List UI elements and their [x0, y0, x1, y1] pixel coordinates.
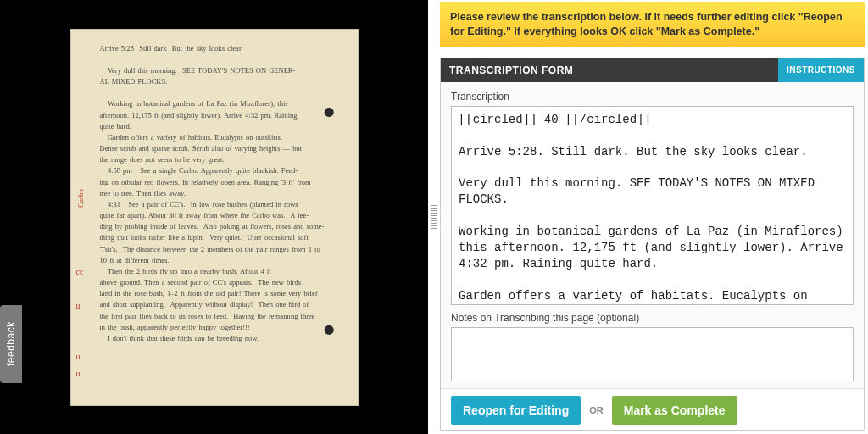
feedback-label: feedback	[5, 322, 17, 367]
margin-note: u	[76, 301, 81, 310]
right-panel: Please review the transcription below. I…	[440, 0, 868, 434]
reopen-button[interactable]: Reopen for Editing	[451, 396, 581, 425]
manuscript-text: Arrive 5:28 Still dark But the sky looks…	[100, 43, 339, 345]
form-header: TRANSCRIPTION FORM INSTRUCTIONS	[441, 58, 864, 82]
margin-note: u	[76, 352, 81, 361]
form-title: TRANSCRIPTION FORM	[441, 58, 581, 82]
instructions-label: INSTRUCTIONS	[787, 65, 855, 75]
notes-textarea[interactable]	[451, 327, 854, 381]
image-viewer[interactable]: Carbo cc u u u Arrive 5:28 Still dark Bu…	[0, 0, 428, 434]
review-alert: Please review the transcription below. I…	[440, 2, 865, 47]
margin-note: u	[76, 369, 81, 378]
form-body: Transcription Notes on Transcribing this…	[441, 82, 864, 388]
manuscript-page: Carbo cc u u u Arrive 5:28 Still dark Bu…	[70, 29, 359, 406]
notes-label: Notes on Transcribing this page (optiona…	[451, 312, 854, 324]
pane-resize-handle[interactable]	[428, 0, 440, 434]
transcription-textarea[interactable]	[451, 106, 854, 305]
instructions-button[interactable]: INSTRUCTIONS	[778, 58, 864, 82]
app-root: feedback Carbo cc u u u Arrive 5:28 Stil…	[0, 0, 868, 434]
feedback-tab[interactable]: feedback	[0, 305, 22, 383]
transcription-form: TRANSCRIPTION FORM INSTRUCTIONS Transcri…	[440, 58, 865, 431]
margin-note: cc	[76, 267, 84, 276]
transcription-label: Transcription	[451, 91, 854, 103]
form-actions: Reopen for Editing OR Mark as Complete	[441, 388, 864, 430]
or-text: OR	[589, 405, 604, 415]
mark-complete-button[interactable]: Mark as Complete	[612, 396, 737, 425]
alert-text: Please review the transcription below. I…	[450, 11, 843, 37]
margin-note: Carbo	[76, 189, 85, 208]
grip-icon	[431, 205, 437, 229]
